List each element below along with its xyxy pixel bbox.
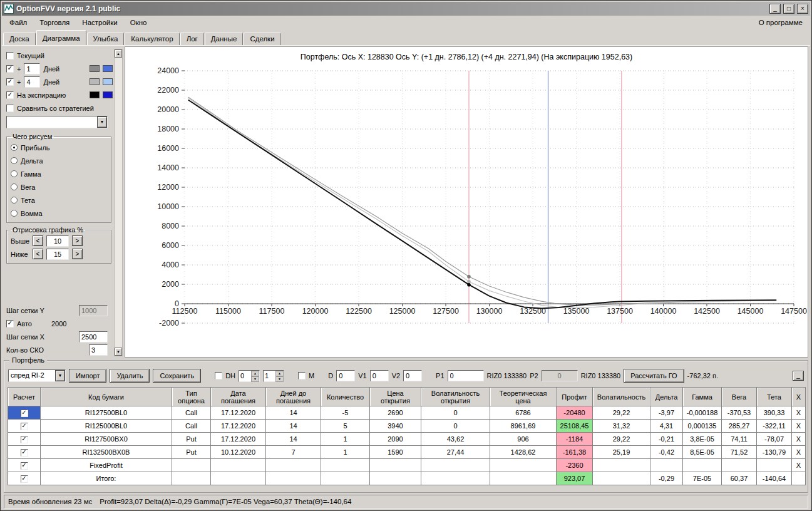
row-calc-checkbox[interactable] (21, 475, 28, 483)
cell-code[interactable]: Итого: (41, 472, 172, 485)
row-calc-checkbox[interactable] (21, 462, 28, 470)
cell-open_vol[interactable]: 43,62 (421, 433, 490, 446)
row-calc-checkbox[interactable] (21, 449, 28, 457)
cell-gamma[interactable]: 0,000135 (683, 420, 722, 433)
cell-vega[interactable]: 71,52 (722, 446, 757, 459)
draw-option-theta[interactable]: Тета (11, 194, 107, 207)
grid-step-x-input[interactable] (79, 331, 108, 343)
menu-trading[interactable]: Торговля (33, 17, 76, 28)
above-percent-input[interactable] (46, 235, 69, 247)
cell-theta[interactable]: -130,79 (757, 446, 792, 459)
plus1-line-color-swatch[interactable] (90, 65, 100, 72)
radio-icon[interactable] (11, 210, 18, 217)
cell-vega[interactable]: 60,37 (722, 472, 757, 485)
plus4-line-color-swatch[interactable] (90, 78, 100, 85)
auto-grid-checkbox[interactable] (6, 320, 14, 328)
cell-vol[interactable]: 25,19 (593, 446, 650, 459)
plus1-series-checkbox[interactable] (6, 65, 14, 73)
cell-theor[interactable]: 906 (490, 433, 557, 446)
cell-theor[interactable]: 8961,69 (490, 420, 557, 433)
radio-icon[interactable] (11, 183, 18, 190)
d-input[interactable] (336, 370, 355, 381)
radio-icon[interactable] (11, 170, 18, 177)
row-delete-button[interactable]: X (792, 446, 806, 459)
scroll-down-icon[interactable]: ▼ (115, 348, 122, 356)
cell-theta[interactable] (757, 459, 792, 472)
cell-open_price[interactable]: 3940 (370, 420, 421, 433)
spinner-arrows[interactable]: ▲▼ (275, 371, 284, 381)
cell-open_price[interactable]: 2090 (370, 433, 421, 446)
draw-option-vega[interactable]: Вега (11, 180, 107, 194)
cell-delta[interactable]: -3,97 (650, 406, 683, 420)
plus4-days-input[interactable] (24, 76, 40, 88)
scroll-up-icon[interactable]: ▲ (115, 49, 122, 58)
cell-delta[interactable]: 4,31 (650, 420, 683, 433)
cell-delta[interactable] (650, 459, 683, 472)
menu-settings[interactable]: Настройки (76, 17, 123, 28)
save-button[interactable]: Сохранить (153, 369, 201, 383)
cell-date[interactable] (211, 472, 266, 485)
cell-date[interactable]: 10.12.2020 (211, 446, 266, 459)
cell-gamma[interactable]: 3,8E-05 (683, 433, 722, 446)
cell-theta[interactable]: -322,11 (757, 420, 792, 433)
close-button[interactable]: × (797, 4, 808, 14)
cell-code[interactable]: FixedProfit (41, 459, 172, 472)
profit-cell[interactable]: -1184 (557, 433, 593, 446)
cell-theta[interactable]: 390,33 (757, 406, 792, 420)
cell-theor[interactable]: 1428,62 (490, 446, 557, 459)
cell-open_vol[interactable]: 0 (421, 406, 490, 420)
cell-delta[interactable]: -0,21 (650, 433, 683, 446)
above-increase-button[interactable]: > (72, 235, 83, 246)
sidebar-scrollbar[interactable]: ▲ ▼ (114, 49, 123, 356)
cell-open_vol[interactable]: 0 (421, 420, 490, 433)
cell-type[interactable]: Call (172, 420, 211, 433)
row-calc-cell[interactable] (8, 433, 41, 446)
draw-option-gamma[interactable]: Гамма (11, 167, 107, 180)
tab-diagram[interactable]: Диаграмма (36, 30, 86, 45)
sko-count-input[interactable] (89, 344, 108, 356)
cell-days[interactable] (266, 472, 321, 485)
cell-vega[interactable] (722, 459, 757, 472)
m-checkbox[interactable] (298, 372, 306, 379)
plus1-days-input[interactable] (24, 63, 40, 75)
cell-date[interactable]: 17.12.2020 (211, 433, 266, 446)
cell-delta[interactable]: -0,29 (650, 472, 683, 485)
below-percent-input[interactable] (46, 249, 69, 260)
dh-spinner-1[interactable]: 0 ▲▼ (239, 370, 260, 382)
delete-button[interactable]: Удалить (110, 369, 150, 383)
v1-input[interactable] (370, 370, 389, 381)
cell-type[interactable] (172, 459, 211, 472)
radio-icon[interactable] (11, 157, 18, 164)
cell-code[interactable]: RI127500BL0 (41, 406, 172, 420)
above-decrease-button[interactable]: < (33, 235, 43, 246)
cell-type[interactable]: Put (172, 433, 211, 446)
profit-cell[interactable]: -20480 (557, 406, 593, 420)
row-calc-cell[interactable] (8, 406, 41, 420)
chevron-down-icon[interactable]: ▼ (55, 370, 65, 381)
profit-cell[interactable]: 923,07 (557, 472, 593, 485)
tab-calculator[interactable]: Калькулятор (125, 33, 179, 45)
cell-open_price[interactable] (370, 459, 421, 472)
row-calc-checkbox[interactable] (21, 410, 28, 417)
tab-deals[interactable]: Сделки (244, 33, 280, 45)
cell-date[interactable]: 17.12.2020 (211, 406, 266, 420)
cell-vol[interactable]: 29,22 (593, 433, 650, 446)
cell-open_price[interactable]: 2690 (370, 406, 421, 420)
row-calc-checkbox[interactable] (21, 436, 28, 443)
plus4-series-checkbox[interactable] (6, 78, 14, 86)
radio-icon[interactable] (11, 197, 18, 204)
profit-cell[interactable]: -161,38 (557, 446, 593, 459)
row-calc-cell[interactable] (8, 420, 41, 433)
row-calc-cell[interactable] (8, 446, 41, 459)
cell-type[interactable] (172, 472, 211, 485)
cell-code[interactable]: RI125000BL0 (41, 420, 172, 433)
cell-date[interactable] (211, 459, 266, 472)
chevron-down-icon[interactable]: ▼ (97, 116, 107, 128)
draw-option-delta[interactable]: Дельта (11, 154, 107, 167)
row-calc-cell[interactable] (8, 472, 41, 485)
payoff-chart[interactable]: -200002000400060008000100001200014000160… (125, 63, 808, 356)
cell-open_price[interactable]: 1590 (370, 446, 421, 459)
cell-vega[interactable]: 74,11 (722, 433, 757, 446)
cell-code[interactable]: RI127500BX0 (41, 433, 172, 446)
cell-days[interactable]: 14 (266, 433, 321, 446)
